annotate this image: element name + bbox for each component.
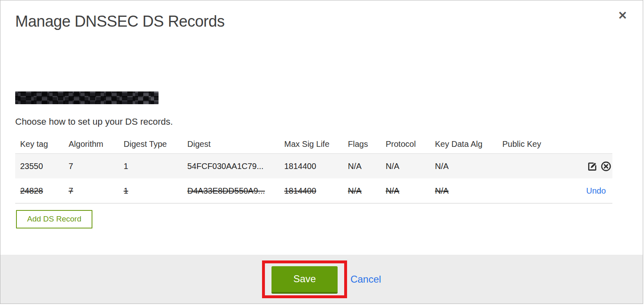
cell-max-sig-life: 1814400 <box>279 186 343 196</box>
cell-key-tag: 23550 <box>15 162 64 171</box>
table-header-row: Key tag Algorithm Digest Type Digest Max… <box>15 135 612 153</box>
annotation-highlight-box: Save <box>262 260 347 298</box>
delete-circle-icon[interactable] <box>600 161 612 172</box>
cell-digest-type: 1 <box>119 162 182 171</box>
cell-algorithm: 7 <box>64 186 119 196</box>
header-max-sig-life: Max Sig Life <box>279 139 343 149</box>
header-digest-type: Digest Type <box>119 139 182 149</box>
modal-footer: Save Cancel <box>0 255 643 304</box>
header-digest: Digest <box>182 139 279 149</box>
cell-algorithm: 7 <box>64 162 119 171</box>
dnssec-modal: Manage DNSSEC DS Records ✕ Choose how to… <box>0 0 643 304</box>
cell-key-tag: 24828 <box>15 186 64 196</box>
row-actions <box>579 161 612 172</box>
cell-key-data-alg: N/A <box>430 162 497 171</box>
domain-name-redacted <box>15 91 159 104</box>
header-algorithm: Algorithm <box>64 139 119 149</box>
cell-digest: 54FCF030AA1C79... <box>182 162 279 171</box>
cell-digest: D4A33E8DD550A9... <box>182 186 279 196</box>
undo-link[interactable]: Undo <box>586 186 612 196</box>
table-row-deleted: 24828 7 1 D4A33E8DD550A9... 1814400 N/A … <box>15 178 612 203</box>
cell-flags: N/A <box>343 186 381 196</box>
page-title: Manage DNSSEC DS Records <box>15 12 643 31</box>
header-key-data-alg: Key Data Alg <box>430 139 497 149</box>
header-flags: Flags <box>343 139 381 149</box>
cancel-link[interactable]: Cancel <box>350 274 381 285</box>
header-key-tag: Key tag <box>15 139 64 149</box>
cell-key-data-alg: N/A <box>430 186 497 196</box>
cell-protocol: N/A <box>381 162 430 171</box>
add-ds-record-button[interactable]: Add DS Record <box>16 210 92 228</box>
close-icon[interactable]: ✕ <box>618 9 627 22</box>
subtitle-text: Choose how to set up your DS records. <box>15 116 643 127</box>
ds-records-table: Key tag Algorithm Digest Type Digest Max… <box>15 135 612 203</box>
header-protocol: Protocol <box>381 139 430 149</box>
row-actions: Undo <box>579 186 612 196</box>
table-row: 23550 7 1 54FCF030AA1C79... 1814400 N/A … <box>15 153 612 178</box>
save-button[interactable]: Save <box>271 266 338 294</box>
cell-digest-type: 1 <box>119 186 182 196</box>
cell-flags: N/A <box>343 162 381 171</box>
edit-icon[interactable] <box>587 161 598 172</box>
cell-protocol: N/A <box>381 186 430 196</box>
header-public-key: Public Key <box>497 139 579 149</box>
cell-max-sig-life: 1814400 <box>279 162 343 171</box>
